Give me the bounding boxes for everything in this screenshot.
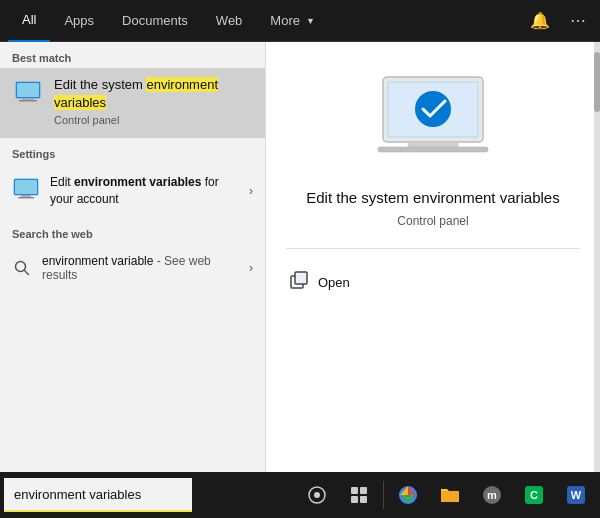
highlight-text: environment variables: [54, 77, 218, 110]
web-query: environment variable: [42, 254, 153, 268]
taskbar: m C W: [0, 472, 600, 518]
store-icon: m: [481, 484, 503, 506]
right-laptop-icon: [373, 72, 493, 167]
svg-point-20: [314, 492, 320, 498]
chrome-button[interactable]: [388, 475, 428, 515]
best-match-icon: [12, 76, 44, 108]
best-match-title: Edit the system environment variables: [54, 76, 253, 112]
nav-icons: 🔔 ⋯: [524, 7, 592, 34]
task-view-icon: [307, 485, 327, 505]
settings-item-text: Edit environment variables for your acco…: [50, 174, 239, 208]
svg-rect-23: [351, 496, 358, 503]
web-search-item[interactable]: environment variable - See web results ›: [0, 244, 265, 292]
tab-apps[interactable]: Apps: [50, 0, 108, 42]
settings-chevron-icon: ›: [249, 184, 253, 198]
svg-rect-5: [15, 180, 37, 194]
best-match-item[interactable]: Edit the system environment variables Co…: [0, 68, 265, 138]
right-app-title: Edit the system environment variables: [306, 187, 559, 208]
more-options-icon[interactable]: ⋯: [564, 7, 592, 34]
right-app-subtitle: Control panel: [397, 214, 468, 228]
tab-all-label: All: [22, 12, 36, 27]
web-chevron-icon: ›: [249, 261, 253, 275]
right-divider: [286, 248, 580, 249]
widgets-icon: [349, 485, 369, 505]
top-nav: All Apps Documents Web More ▼ 🔔 ⋯: [0, 0, 600, 42]
external-link-icon: [290, 271, 308, 289]
widgets-button[interactable]: [339, 475, 379, 515]
open-label: Open: [318, 275, 350, 290]
best-match-label: Best match: [0, 42, 265, 68]
open-icon: [290, 271, 308, 293]
tab-documents[interactable]: Documents: [108, 0, 202, 42]
chevron-down-icon: ▼: [306, 16, 315, 26]
tab-more-label: More: [270, 13, 300, 28]
scrollbar-thumb[interactable]: [594, 52, 600, 112]
notification-icon[interactable]: 🔔: [524, 7, 556, 34]
right-icon-area: [373, 72, 493, 171]
svg-rect-18: [296, 273, 306, 283]
settings-label: Settings: [0, 138, 265, 164]
best-match-subtitle: Control panel: [54, 114, 253, 126]
file-explorer-button[interactable]: [430, 475, 470, 515]
taskbar-divider: [383, 481, 384, 509]
svg-rect-1: [17, 83, 39, 97]
svg-rect-24: [360, 496, 367, 503]
svg-line-9: [25, 270, 29, 274]
word-button[interactable]: W: [556, 475, 596, 515]
svg-rect-15: [378, 147, 488, 152]
svg-rect-28: [441, 491, 459, 502]
tab-all[interactable]: All: [8, 0, 50, 42]
store-button[interactable]: m: [472, 475, 512, 515]
svg-rect-2: [22, 98, 34, 100]
green-app-button[interactable]: C: [514, 475, 554, 515]
tab-web[interactable]: Web: [202, 0, 257, 42]
settings-item[interactable]: Edit environment variables for your acco…: [0, 164, 265, 218]
settings-icon: [12, 175, 40, 207]
open-action[interactable]: Open: [286, 265, 580, 299]
tab-documents-label: Documents: [122, 13, 188, 28]
svg-text:C: C: [530, 489, 538, 501]
tab-web-label: Web: [216, 13, 243, 28]
laptop-icon: [12, 76, 44, 108]
svg-rect-21: [351, 487, 358, 494]
main-content: Best match Edit the system environment v…: [0, 42, 600, 472]
svg-text:W: W: [571, 489, 582, 501]
word-icon: W: [565, 484, 587, 506]
svg-rect-14: [408, 142, 458, 147]
svg-rect-6: [21, 195, 31, 197]
settings-bold: environment variables: [74, 175, 201, 189]
right-scrollbar[interactable]: [594, 42, 600, 472]
best-match-text: Edit the system environment variables Co…: [54, 76, 253, 126]
right-panel: Edit the system environment variables Co…: [265, 42, 600, 472]
web-search-icon: [12, 258, 32, 278]
task-view-button[interactable]: [297, 475, 337, 515]
svg-rect-7: [18, 197, 34, 199]
taskbar-search-input[interactable]: [4, 478, 192, 512]
svg-rect-3: [19, 100, 37, 102]
tab-apps-label: Apps: [64, 13, 94, 28]
folder-icon: [439, 484, 461, 506]
green-app-icon: C: [523, 484, 545, 506]
tab-more[interactable]: More ▼: [256, 0, 329, 42]
web-search-label: Search the web: [0, 218, 265, 244]
svg-text:m: m: [487, 489, 497, 501]
monitor-icon: [12, 175, 40, 203]
web-item-text: environment variable - See web results: [42, 254, 239, 282]
magnifier-icon: [13, 259, 31, 277]
svg-rect-22: [360, 487, 367, 494]
chrome-icon: [397, 484, 419, 506]
left-panel: Best match Edit the system environment v…: [0, 42, 265, 472]
svg-point-13: [415, 91, 451, 127]
